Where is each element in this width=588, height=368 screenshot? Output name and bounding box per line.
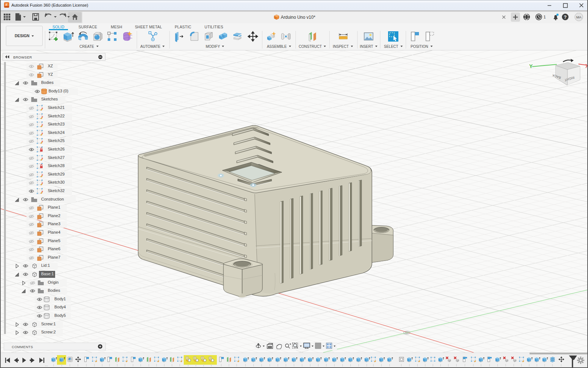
svg-text:Y: Y — [529, 63, 533, 69]
svg-text:F: F — [6, 3, 8, 7]
svg-text:?: ? — [564, 14, 567, 20]
svg-text:MA: MA — [576, 15, 582, 19]
svg-text:1: 1 — [544, 15, 546, 19]
svg-text:...: ... — [45, 363, 48, 367]
svg-text:X: X — [585, 63, 588, 69]
